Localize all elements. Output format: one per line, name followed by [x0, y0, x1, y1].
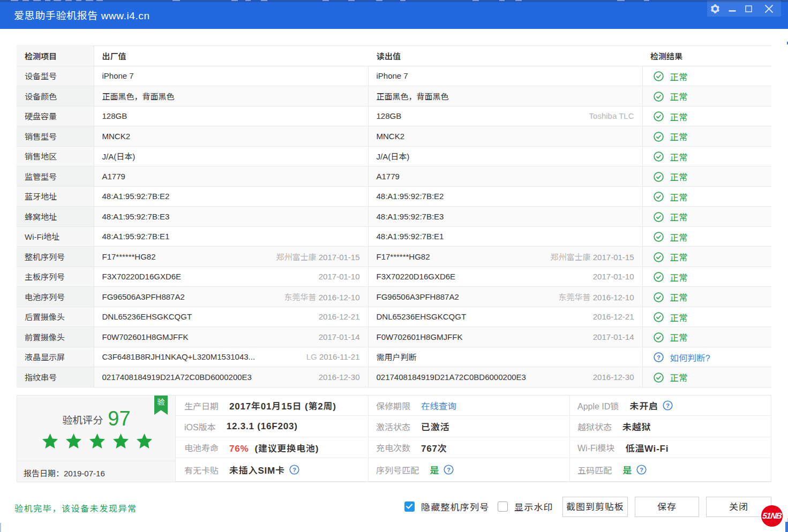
svg-text:?: ?: [640, 467, 643, 473]
svg-text:?: ?: [447, 467, 451, 473]
svg-text:?: ?: [292, 467, 296, 473]
svg-text:?: ?: [656, 354, 660, 361]
svg-text:?: ?: [666, 402, 670, 409]
